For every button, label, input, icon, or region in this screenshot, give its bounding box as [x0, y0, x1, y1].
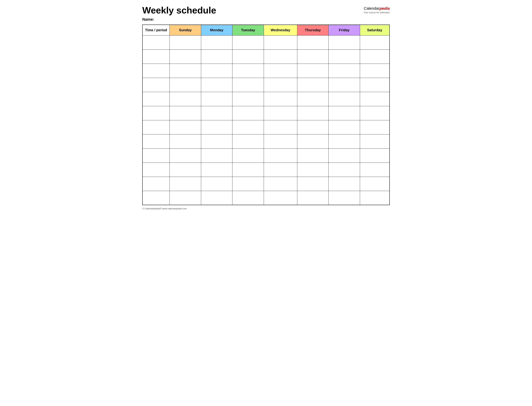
- table-cell[interactable]: [170, 120, 201, 134]
- table-cell[interactable]: [142, 35, 170, 50]
- table-cell[interactable]: [328, 106, 360, 120]
- table-cell[interactable]: [328, 120, 360, 134]
- table-cell[interactable]: [328, 134, 360, 148]
- table-cell[interactable]: [264, 148, 297, 163]
- table-cell[interactable]: [201, 35, 233, 50]
- table-cell[interactable]: [201, 78, 233, 92]
- table-cell[interactable]: [170, 163, 201, 177]
- table-cell[interactable]: [297, 134, 328, 148]
- table-cell[interactable]: [233, 120, 264, 134]
- table-cell[interactable]: [328, 64, 360, 78]
- table-cell[interactable]: [360, 78, 390, 92]
- table-cell[interactable]: [201, 177, 233, 191]
- table-cell[interactable]: [233, 50, 264, 64]
- table-row: [142, 64, 390, 78]
- table-cell[interactable]: [142, 134, 170, 148]
- table-cell[interactable]: [328, 148, 360, 163]
- table-cell[interactable]: [328, 35, 360, 50]
- table-cell[interactable]: [233, 106, 264, 120]
- table-cell[interactable]: [264, 191, 297, 205]
- table-cell[interactable]: [201, 134, 233, 148]
- table-cell[interactable]: [264, 120, 297, 134]
- table-cell[interactable]: [201, 163, 233, 177]
- table-cell[interactable]: [233, 64, 264, 78]
- table-cell[interactable]: [233, 191, 264, 205]
- table-cell[interactable]: [328, 78, 360, 92]
- table-cell[interactable]: [360, 134, 390, 148]
- table-row: [142, 92, 390, 106]
- table-cell[interactable]: [328, 163, 360, 177]
- table-cell[interactable]: [264, 35, 297, 50]
- table-cell[interactable]: [170, 50, 201, 64]
- table-cell[interactable]: [201, 191, 233, 205]
- table-cell[interactable]: [201, 120, 233, 134]
- header-time: Time / period: [142, 25, 170, 35]
- table-cell[interactable]: [170, 92, 201, 106]
- table-cell[interactable]: [233, 78, 264, 92]
- table-cell[interactable]: [297, 64, 328, 78]
- table-cell[interactable]: [264, 163, 297, 177]
- table-cell[interactable]: [297, 163, 328, 177]
- table-cell[interactable]: [142, 148, 170, 163]
- table-cell[interactable]: [233, 148, 264, 163]
- table-cell[interactable]: [264, 106, 297, 120]
- table-cell[interactable]: [297, 50, 328, 64]
- table-cell[interactable]: [201, 92, 233, 106]
- table-cell[interactable]: [142, 106, 170, 120]
- table-cell[interactable]: [142, 64, 170, 78]
- table-cell[interactable]: [170, 134, 201, 148]
- table-cell[interactable]: [233, 35, 264, 50]
- table-cell[interactable]: [170, 35, 201, 50]
- table-cell[interactable]: [360, 120, 390, 134]
- table-cell[interactable]: [297, 78, 328, 92]
- table-cell[interactable]: [201, 64, 233, 78]
- table-cell[interactable]: [201, 106, 233, 120]
- table-cell[interactable]: [264, 64, 297, 78]
- table-cell[interactable]: [360, 64, 390, 78]
- table-cell[interactable]: [142, 78, 170, 92]
- table-cell[interactable]: [360, 177, 390, 191]
- table-cell[interactable]: [328, 177, 360, 191]
- table-cell[interactable]: [360, 92, 390, 106]
- table-cell[interactable]: [297, 120, 328, 134]
- table-cell[interactable]: [142, 50, 170, 64]
- table-cell[interactable]: [297, 106, 328, 120]
- table-cell[interactable]: [264, 134, 297, 148]
- table-cell[interactable]: [170, 64, 201, 78]
- table-cell[interactable]: [360, 50, 390, 64]
- table-cell[interactable]: [201, 50, 233, 64]
- table-cell[interactable]: [142, 163, 170, 177]
- table-cell[interactable]: [142, 92, 170, 106]
- table-cell[interactable]: [233, 163, 264, 177]
- table-cell[interactable]: [142, 177, 170, 191]
- table-cell[interactable]: [360, 191, 390, 205]
- table-cell[interactable]: [233, 177, 264, 191]
- table-cell[interactable]: [142, 120, 170, 134]
- table-cell[interactable]: [297, 177, 328, 191]
- table-cell[interactable]: [297, 148, 328, 163]
- table-cell[interactable]: [360, 163, 390, 177]
- table-cell[interactable]: [170, 177, 201, 191]
- table-cell[interactable]: [297, 191, 328, 205]
- table-cell[interactable]: [297, 92, 328, 106]
- table-cell[interactable]: [360, 106, 390, 120]
- table-cell[interactable]: [170, 191, 201, 205]
- table-row: [142, 191, 390, 205]
- table-cell[interactable]: [264, 78, 297, 92]
- table-cell[interactable]: [328, 191, 360, 205]
- table-cell[interactable]: [170, 106, 201, 120]
- table-cell[interactable]: [142, 191, 170, 205]
- table-cell[interactable]: [170, 78, 201, 92]
- table-cell[interactable]: [264, 177, 297, 191]
- table-cell[interactable]: [297, 35, 328, 50]
- table-cell[interactable]: [360, 35, 390, 50]
- table-cell[interactable]: [360, 148, 390, 163]
- table-cell[interactable]: [328, 92, 360, 106]
- table-cell[interactable]: [264, 92, 297, 106]
- table-cell[interactable]: [264, 50, 297, 64]
- table-cell[interactable]: [233, 92, 264, 106]
- table-cell[interactable]: [328, 50, 360, 64]
- table-cell[interactable]: [201, 148, 233, 163]
- table-cell[interactable]: [233, 134, 264, 148]
- table-cell[interactable]: [170, 148, 201, 163]
